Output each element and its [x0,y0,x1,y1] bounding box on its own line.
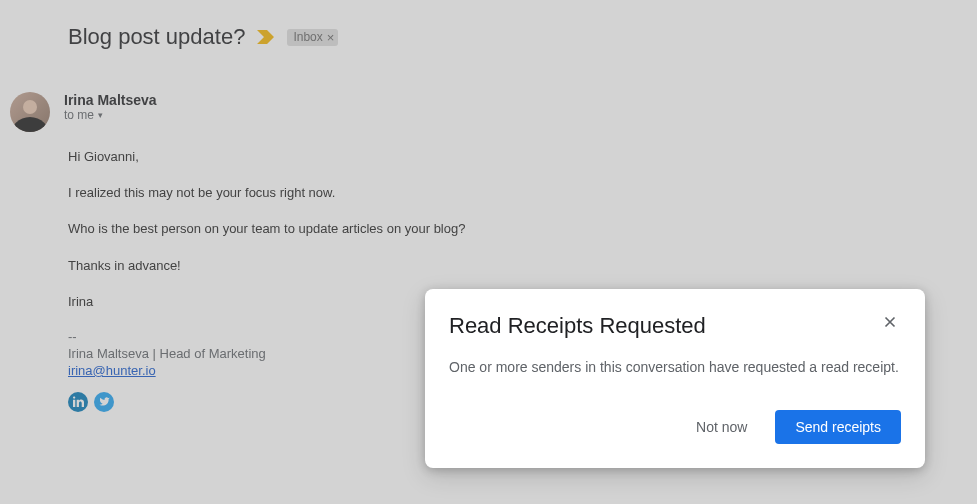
send-receipts-button[interactable]: Send receipts [775,410,901,444]
dialog-body: One or more senders in this conversation… [449,357,901,378]
close-icon[interactable] [879,313,901,335]
read-receipts-dialog: Read Receipts Requested One or more send… [425,289,925,468]
not-now-button[interactable]: Not now [676,410,767,444]
dialog-title: Read Receipts Requested [449,313,706,339]
